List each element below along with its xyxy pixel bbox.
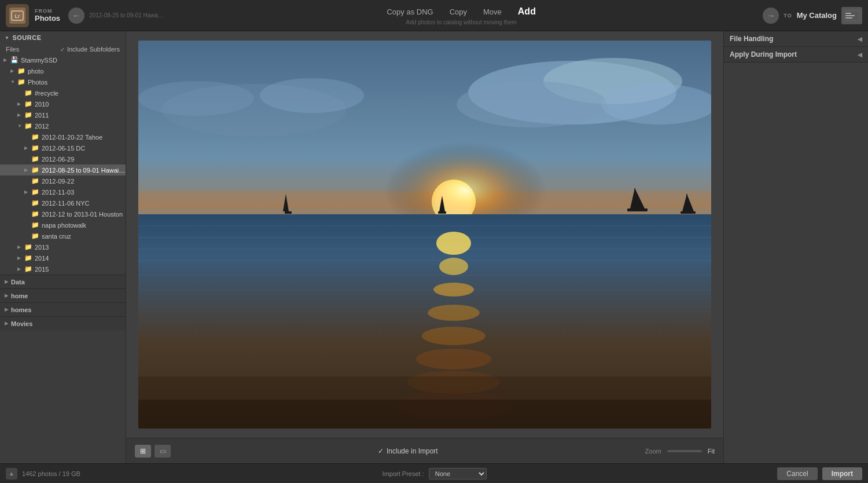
svg-point-23 [422,327,486,345]
tree-label-photos: Photos [28,79,47,86]
tree-item-nov03[interactable]: ▶ 📁 2012-11-03 [0,186,126,197]
include-import-label: Include in Import [387,447,438,455]
single-view-btn[interactable]: ▭ [155,445,171,458]
divider-homes[interactable]: ▶ homes [0,302,126,316]
tree-label-june29: 2012-06-29 [42,156,74,163]
folder-icon-dc: 📁 [31,144,39,152]
tree-item-june29[interactable]: 📁 2012-06-29 [0,153,126,164]
files-row: Files ✓ Include Subfolders [0,44,126,54]
catalog-svg-icon [844,9,860,23]
tree-tri-nov03: ▶ [24,189,31,195]
folder-icon-hawaii: 📁 [31,166,39,174]
folder-icon-2012: 📁 [24,122,32,130]
tree-item-2011[interactable]: ▶ 📁 2011 [0,109,126,120]
folder-icon-sep22: 📁 [31,177,39,185]
cancel-button[interactable]: Cancel [777,467,817,480]
zoom-slider[interactable] [667,450,702,452]
include-check-icon: ✓ [378,447,384,455]
tree-item-2012[interactable]: ▼ 📁 2012 [0,120,126,131]
collapse-btn[interactable]: ▲ [6,468,17,480]
divider-home[interactable]: ▶ home [0,288,126,302]
tree-item-photos[interactable]: ▼ 📁 Photos [0,76,126,87]
tree-label-sep22: 2012-09-22 [42,178,74,185]
import-preset-select[interactable]: None [429,468,487,480]
tree-item-2015[interactable]: ▶ 📁 2015 [0,264,126,275]
svg-point-24 [416,349,491,369]
tree-label-nyc: 2012-11-06 NYC [42,200,90,207]
tree-item-2013[interactable]: ▶ 📁 2013 [0,241,126,253]
tree-tri-2014: ▶ [17,255,24,261]
bottom-right-buttons: Cancel Import [777,467,862,480]
source-label: Source [12,34,41,41]
import-preset-section: Import Preset : None [91,468,777,480]
tree-item-2014[interactable]: ▶ 📁 2014 [0,253,126,264]
svg-rect-39 [627,208,648,211]
tree-tri-dc: ▶ [24,145,31,151]
next-arrow[interactable]: → [763,8,779,24]
tree-tri-stammyssd: ▶ [3,57,10,63]
svg-point-19 [436,232,471,255]
tree-item-tahoe[interactable]: 📁 2012-01-20-22 Tahoe [0,131,126,142]
tree-item-dc[interactable]: ▶ 📁 2012-06-15 DC [0,142,126,153]
folder-icon-june29: 📁 [31,155,39,163]
tree-tri-2012: ▼ [17,123,24,129]
tree-item-stammyssd[interactable]: ▶ 💾 StammySSD [0,54,126,65]
include-subfolders[interactable]: ✓ Include Subfolders [60,46,120,53]
tree-item-houston[interactable]: 📁 2012-12 to 2013-01 Houston [0,208,126,219]
tree-item-napa[interactable]: 📁 napa photowalk [0,219,126,230]
source-triangle-icon: ▼ [5,35,9,41]
tree-item-sep22[interactable]: 📁 2012-09-22 [0,175,126,186]
svg-rect-42 [681,211,696,214]
from-source: Photos [35,14,60,23]
file-handling-label: File Handling [730,35,773,43]
add-btn[interactable]: Add [516,5,538,18]
apply-during-import-header[interactable]: Apply During Import ◀ [724,47,868,62]
tree-item-2010[interactable]: ▶ 📁 2010 [0,98,126,109]
divider-data[interactable]: ▶ Data [0,275,126,288]
subfolders-check-icon: ✓ [60,46,65,53]
file-handling-section: File Handling ◀ [724,31,868,47]
divider-home-tri-icon: ▶ [5,293,8,298]
svg-rect-5 [845,17,852,19]
folder-icon-2014: 📁 [24,254,32,262]
tree-item-hawaii[interactable]: ▶ 📁 2012-08-25 to 09-01 Hawaii trip [0,164,126,175]
right-sidebar: File Handling ◀ Apply During Import ◀ [723,31,868,463]
tree-item-recycle[interactable]: 📁 #recycle [0,87,126,98]
tree-label-tahoe: 2012-01-20-22 Tahoe [42,134,102,141]
copy-btn[interactable]: Copy [447,6,469,17]
tree-label-stammyssd: StammySSD [21,57,57,64]
source-section-title[interactable]: ▼ Source [0,31,126,44]
from-label: FROM [35,8,60,14]
move-btn[interactable]: Move [481,6,504,17]
tree-label-2015: 2015 [35,266,49,273]
folder-icon-nov03: 📁 [31,188,39,196]
prev-arrow[interactable]: ← [68,8,84,24]
tree-label-recycle: #recycle [35,90,58,97]
tree-item-santacruz[interactable]: 📁 santa cruz [0,230,126,241]
action-buttons: Copy as DNG Copy Move Add [384,5,538,18]
file-handling-header[interactable]: File Handling ◀ [724,31,868,46]
import-button[interactable]: Import [822,467,862,480]
divider-home-label: home [11,292,28,299]
tree-label-houston: 2012-12 to 2013-01 Houston [42,211,123,218]
svg-rect-35 [285,211,292,214]
photo-count: 1462 photos / 19 GB [22,470,91,477]
svg-rect-45 [138,400,711,429]
tree-item-photo[interactable]: ▶ 📁 photo [0,65,126,76]
svg-rect-4 [845,15,855,16]
divider-movies[interactable]: ▶ Movies [0,316,126,330]
sidebar-scroll[interactable]: Files ✓ Include Subfolders ▶ 💾 StammySSD… [0,44,126,463]
zoom-section: Zoom Fit [645,448,715,455]
drive-icon-stammyssd: 💾 [10,56,19,64]
tree-item-nyc[interactable]: 📁 2012-11-06 NYC [0,197,126,208]
svg-rect-37 [438,211,446,214]
catalog-icon [841,7,862,24]
tree-label-nov03: 2012-11-03 [42,189,74,196]
grid-view-btn[interactable]: ⊞ [135,445,151,458]
tree-tri-2010: ▶ [17,101,24,107]
grid-icon: ⊞ [140,447,146,455]
divider-homes-label: homes [11,306,31,313]
copy-dng-btn[interactable]: Copy as DNG [384,6,435,17]
tree-label-santacruz: santa cruz [42,233,71,240]
include-import[interactable]: ✓ Include in Import [171,447,645,455]
